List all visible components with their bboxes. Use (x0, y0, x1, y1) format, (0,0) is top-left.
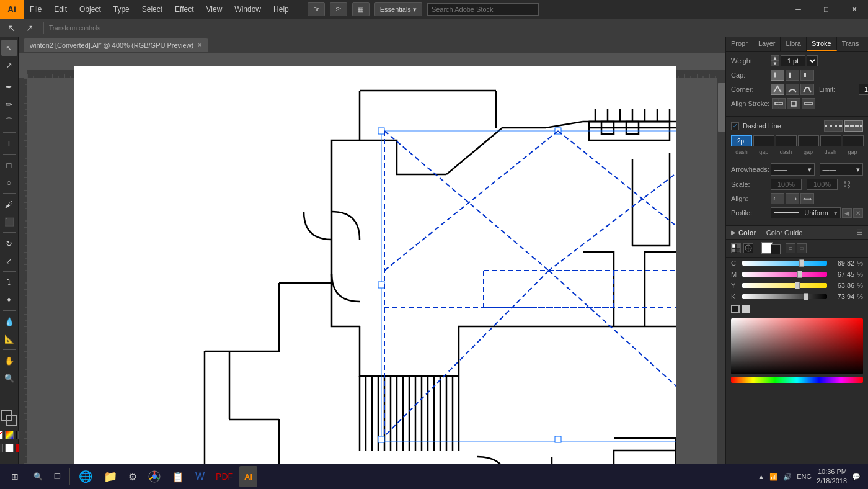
y-slider[interactable] (742, 283, 827, 288)
menu-object[interactable]: Object (73, 0, 107, 19)
close-button[interactable]: ✕ (840, 0, 868, 19)
menu-type[interactable]: Type (107, 0, 136, 19)
none-swatch[interactable] (0, 431, 3, 439)
profile-flip-btn2[interactable]: ✕ (853, 208, 863, 218)
spectrum-bar[interactable] (731, 377, 863, 383)
taskbar-ie-btn[interactable]: 🌐 (74, 466, 97, 487)
blob-brush-tool[interactable]: ⬛ (1, 213, 17, 230)
stroke-swatch[interactable] (6, 415, 17, 426)
dashed-checkbox[interactable]: ✓ (731, 122, 739, 130)
profile-select[interactable]: Uniform ▾ (771, 207, 841, 218)
white-swatch[interactable] (5, 444, 14, 452)
menu-file[interactable]: File (24, 0, 48, 19)
dash2-input[interactable] (776, 135, 797, 146)
limit-input[interactable] (859, 84, 868, 95)
align-inside-btn[interactable] (787, 98, 800, 109)
taskbar-word-btn[interactable]: W (190, 466, 210, 487)
scale1-input[interactable] (771, 179, 802, 190)
warp-tool[interactable]: ⤵ (1, 274, 17, 290)
cap-butt-btn[interactable] (771, 70, 784, 81)
search-input[interactable] (427, 3, 539, 16)
curvature-tool[interactable]: ⌒ (1, 114, 17, 130)
volume-icon[interactable]: 🔊 (783, 473, 792, 481)
type-tool[interactable]: T (1, 135, 17, 151)
select-tool[interactable]: ↖ (1, 40, 17, 56)
arrange-icon[interactable]: ▦ (352, 2, 370, 16)
weight-up-btn[interactable]: ▲ (771, 55, 779, 61)
weight-down-btn[interactable]: ▼ (771, 61, 779, 66)
corner-bevel-btn[interactable] (800, 84, 814, 95)
align-arrow-btn2[interactable]: ⟶ (786, 193, 799, 204)
pen-tool[interactable]: ✒ (1, 79, 17, 95)
align-center-btn[interactable] (772, 98, 786, 109)
menu-effect[interactable]: Effect (169, 0, 200, 19)
profile-flip-btn1[interactable]: ◀ (842, 208, 852, 218)
scale-tool[interactable]: ⤢ (1, 253, 17, 269)
tab-stroke[interactable]: Stroke (807, 37, 837, 51)
dash1-input[interactable] (731, 135, 752, 146)
rotate-tool[interactable]: ↻ (1, 235, 17, 251)
hand-tool[interactable]: ✋ (1, 352, 17, 369)
rgb-icon[interactable]: □ (797, 243, 807, 253)
vertical-scrollbar[interactable] (717, 70, 725, 489)
weight-input[interactable] (781, 55, 805, 66)
color-fill-swatch[interactable] (5, 431, 14, 439)
pencil-tool[interactable]: ✏ (1, 96, 17, 112)
scale2-input[interactable] (807, 179, 838, 190)
dash3-input[interactable] (820, 135, 841, 146)
tab-libraries[interactable]: Libra (781, 37, 806, 51)
arrowhead-end-select[interactable]: ——▾ (820, 163, 864, 176)
color-gradient-picker[interactable] (731, 318, 863, 374)
free-transform-tool[interactable]: ✦ (1, 292, 17, 308)
dash-align-btn2[interactable] (844, 120, 863, 132)
cmyk-icon[interactable]: C (786, 243, 795, 253)
stock-icon[interactable]: St (330, 2, 347, 16)
taskbar-settings-btn[interactable]: ⚙ (123, 466, 142, 487)
direct-select-btn[interactable]: ↗ (21, 21, 38, 35)
eyedropper-tool[interactable]: 💧 (1, 313, 17, 330)
minimize-button[interactable]: ─ (784, 0, 812, 19)
measure-tool[interactable]: 📐 (1, 331, 17, 347)
dash-align-btn1[interactable] (824, 120, 843, 132)
menu-select[interactable]: Select (136, 0, 169, 19)
corner-miter-btn[interactable] (771, 84, 784, 95)
rect-tool[interactable]: □ (1, 157, 17, 173)
task-view-btn[interactable]: ❐ (49, 466, 66, 487)
white-bg-swatch[interactable] (742, 305, 750, 313)
paintbrush-tool[interactable]: 🖌 (1, 196, 17, 212)
zoom-tool[interactable]: 🔍 (1, 370, 17, 386)
m-slider[interactable] (742, 272, 827, 277)
tab-properties[interactable]: Propr (726, 37, 753, 51)
color-mode-btn2[interactable] (743, 243, 753, 253)
start-button[interactable]: ⊞ (2, 464, 27, 489)
taskbar-illustrator-btn[interactable]: Ai (239, 466, 257, 487)
tab-transform[interactable]: Trans (837, 37, 865, 51)
cap-round-btn[interactable] (786, 70, 799, 81)
notifications-btn[interactable]: 💬 (852, 473, 861, 481)
bridge-icon[interactable]: Br (308, 2, 325, 16)
workspace-dropdown[interactable]: Essentials ▾ (374, 2, 422, 16)
scale-link-btn[interactable]: ⛓ (841, 179, 851, 189)
maximize-button[interactable]: □ (812, 0, 840, 19)
select-tool-btn[interactable]: ↖ (2, 21, 20, 35)
document-tab[interactable]: winton2 [Converted].AI* @ 400% (RGB/GPU … (24, 38, 208, 52)
ellipse-tool[interactable]: ○ (1, 174, 17, 191)
black-swatch[interactable] (0, 444, 3, 452)
gap2-input[interactable] (798, 135, 819, 146)
gap1-input[interactable] (753, 135, 774, 146)
direct-select-tool[interactable]: ↗ (1, 57, 17, 73)
c-slider[interactable] (742, 261, 827, 266)
k-slider[interactable] (742, 294, 827, 299)
cap-square-btn[interactable] (800, 70, 814, 81)
align-outside-btn[interactable] (802, 98, 815, 109)
background-swatch[interactable] (771, 244, 781, 254)
menu-help[interactable]: Help (267, 0, 295, 19)
hidden-icons-btn[interactable]: ▲ (758, 473, 764, 480)
taskbar-chrome-btn[interactable] (143, 466, 166, 487)
color-panel-menu[interactable]: ☰ (857, 228, 863, 236)
scrollbar-thumb[interactable] (718, 83, 725, 132)
taskbar-explorer-btn[interactable]: 📁 (99, 466, 122, 487)
menu-window[interactable]: Window (228, 0, 267, 19)
taskbar-acrobat-btn[interactable]: PDF (211, 466, 238, 487)
taskbar-mail-btn[interactable]: 📋 (167, 466, 189, 487)
